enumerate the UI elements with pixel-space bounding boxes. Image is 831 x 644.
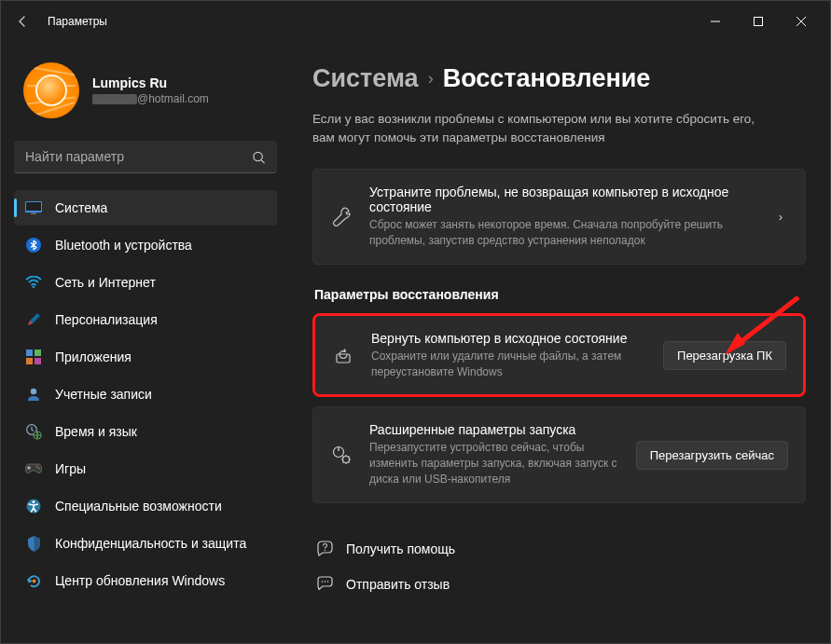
main-content: Система › Восстановление Если у вас возн… xyxy=(290,42,830,643)
sidebar-item-label: Сеть и Интернет xyxy=(55,275,156,290)
sidebar-item-network[interactable]: Сеть и Интернет xyxy=(14,265,277,300)
minimize-button[interactable] xyxy=(694,7,737,36)
reset-icon xyxy=(332,344,354,366)
svg-line-5 xyxy=(261,159,264,162)
svg-point-27 xyxy=(324,550,325,551)
get-help-link[interactable]: Получить помощь xyxy=(312,531,806,567)
svg-point-29 xyxy=(324,581,325,582)
sidebar-item-gaming[interactable]: Игры xyxy=(14,451,277,486)
sidebar-item-apps[interactable]: Приложения xyxy=(14,339,277,375)
sidebar-item-personalization[interactable]: Персонализация xyxy=(14,302,277,337)
accessibility-icon xyxy=(25,498,42,514)
sidebar-item-label: Система xyxy=(55,200,107,215)
card-title: Расширенные параметры запуска xyxy=(369,422,619,437)
svg-point-21 xyxy=(33,500,35,503)
svg-rect-11 xyxy=(26,349,33,356)
card-desc: Перезапустите устройство сейчас, чтобы и… xyxy=(369,440,619,486)
wrench-icon xyxy=(330,205,353,227)
svg-rect-7 xyxy=(26,202,41,211)
card-desc: Сохраните или удалите личные файлы, а за… xyxy=(371,349,646,380)
section-title: Параметры восстановления xyxy=(314,287,806,302)
svg-point-19 xyxy=(38,468,40,470)
card-title: Устраните проблемы, не возвращая компьют… xyxy=(369,185,756,214)
avatar xyxy=(23,62,79,118)
svg-rect-14 xyxy=(35,358,41,364)
breadcrumb: Система › Восстановление xyxy=(312,64,806,93)
window-title: Параметры xyxy=(48,15,694,28)
card-title: Вернуть компьютер в исходное состояние xyxy=(371,331,646,346)
sidebar-item-bluetooth[interactable]: Bluetooth и устройства xyxy=(14,227,277,263)
sidebar-item-privacy[interactable]: Конфиденциальность и защита xyxy=(14,526,277,561)
profile-block[interactable]: Lumpics Ru @hotmail.com xyxy=(14,42,277,135)
window-controls xyxy=(694,7,823,36)
troubleshoot-card[interactable]: Устраните проблемы, не возвращая компьют… xyxy=(312,169,806,265)
sidebar-item-label: Центр обновления Windows xyxy=(55,573,225,588)
sidebar-item-label: Конфиденциальность и защита xyxy=(55,536,246,551)
sidebar-item-time[interactable]: Время и язык xyxy=(14,414,277,449)
breadcrumb-current: Восстановление xyxy=(443,64,651,93)
breadcrumb-parent[interactable]: Система xyxy=(312,64,419,93)
sidebar-item-label: Приложения xyxy=(55,349,132,364)
maximize-button[interactable] xyxy=(737,7,780,36)
svg-rect-13 xyxy=(26,358,33,364)
sidebar-item-accessibility[interactable]: Специальные возможности xyxy=(14,488,277,524)
sidebar-item-update[interactable]: Центр обновления Windows xyxy=(14,563,277,598)
wifi-icon xyxy=(25,274,42,291)
svg-point-4 xyxy=(254,152,262,160)
sidebar: Lumpics Ru @hotmail.com Система Bluetoot… xyxy=(1,42,290,643)
svg-rect-8 xyxy=(31,213,36,214)
apps-icon xyxy=(25,349,42,365)
display-icon xyxy=(25,199,42,216)
power-gear-icon xyxy=(330,444,353,466)
svg-rect-1 xyxy=(755,18,763,26)
sidebar-item-label: Персонализация xyxy=(55,312,158,327)
sidebar-item-label: Игры xyxy=(55,461,86,476)
profile-email: @hotmail.com xyxy=(92,92,209,105)
svg-point-30 xyxy=(326,581,328,582)
profile-name: Lumpics Ru xyxy=(92,75,209,90)
sidebar-item-label: Учетные записи xyxy=(55,387,152,402)
help-icon xyxy=(316,541,333,557)
sidebar-item-label: Специальные возможности xyxy=(55,499,222,514)
chevron-right-icon: › xyxy=(773,210,788,224)
bluetooth-icon xyxy=(25,237,42,253)
svg-point-15 xyxy=(31,389,36,394)
search-box[interactable] xyxy=(14,141,277,173)
svg-point-28 xyxy=(321,581,323,582)
svg-point-26 xyxy=(343,457,350,463)
shield-icon xyxy=(25,535,42,552)
highlight-annotation: Вернуть компьютер в исходное состояние С… xyxy=(312,313,806,398)
gamepad-icon xyxy=(25,460,42,477)
reset-pc-button[interactable]: Перезагрузка ПК xyxy=(663,341,786,370)
back-button[interactable] xyxy=(8,7,36,35)
svg-point-10 xyxy=(33,286,35,289)
close-button[interactable] xyxy=(780,7,823,36)
svg-point-18 xyxy=(36,466,38,468)
card-desc: Сброс может занять некоторое время. Снач… xyxy=(369,217,756,249)
sidebar-item-system[interactable]: Система xyxy=(14,190,277,226)
sidebar-item-label: Время и язык xyxy=(55,424,137,439)
clock-globe-icon xyxy=(25,423,42,440)
advanced-startup-card: Расширенные параметры запуска Перезапуст… xyxy=(312,406,806,502)
svg-rect-12 xyxy=(35,349,41,356)
restart-now-button[interactable]: Перезагрузить сейчас xyxy=(636,441,788,470)
link-label: Получить помощь xyxy=(346,541,455,556)
sidebar-item-accounts[interactable]: Учетные записи xyxy=(14,377,277,412)
update-icon xyxy=(25,572,42,589)
feedback-icon xyxy=(316,576,333,593)
titlebar: Параметры xyxy=(1,1,830,42)
reset-pc-card: Вернуть компьютер в исходное состояние С… xyxy=(315,316,803,395)
send-feedback-link[interactable]: Отправить отзыв xyxy=(312,567,806,602)
nav: Система Bluetooth и устройства Сеть и Ин… xyxy=(14,190,277,598)
paintbrush-icon xyxy=(25,311,42,328)
settings-window: Параметры Lumpics Ru @hotmail.com xyxy=(0,0,831,644)
chevron-right-icon: › xyxy=(428,69,434,89)
sidebar-item-label: Bluetooth и устройства xyxy=(55,238,192,253)
page-subtitle: Если у вас возникли проблемы с компьютер… xyxy=(312,110,779,146)
svg-point-22 xyxy=(32,579,35,582)
person-icon xyxy=(25,386,42,403)
link-label: Отправить отзыв xyxy=(346,577,450,592)
search-icon xyxy=(252,150,266,164)
search-input[interactable] xyxy=(14,141,277,173)
